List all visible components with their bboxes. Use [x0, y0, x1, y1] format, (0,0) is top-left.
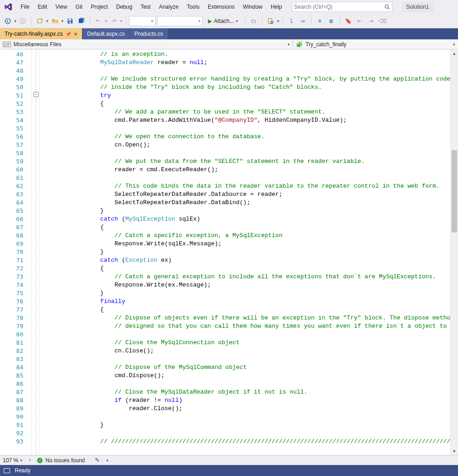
- code-line[interactable]: finally: [43, 298, 450, 306]
- new-project-button[interactable]: [35, 16, 45, 26]
- code-line[interactable]: [43, 67, 450, 75]
- attach-button[interactable]: ▶ Attach... ▾: [204, 16, 242, 26]
- step-over-button[interactable]: ⤼: [298, 16, 308, 26]
- code-line[interactable]: }: [43, 289, 450, 298]
- code-line[interactable]: }: [43, 248, 450, 256]
- code-line[interactable]: // inside the "Try" block and by includi…: [43, 83, 450, 92]
- menu-window[interactable]: Window: [239, 2, 267, 12]
- code-line[interactable]: // We add a parameter to be used in the …: [43, 108, 450, 116]
- search-box[interactable]: [292, 2, 393, 12]
- code-line[interactable]: MySqlDataReader reader = null;: [43, 59, 450, 67]
- redo-button[interactable]: [109, 16, 119, 26]
- vertical-scrollbar[interactable]: ▲ ▼: [450, 49, 458, 455]
- scroll-down-icon[interactable]: ▼: [451, 447, 458, 455]
- code-line[interactable]: catch (Exception ex): [43, 256, 450, 265]
- code-line[interactable]: catch (MySqlException sqlEx): [43, 215, 450, 223]
- code-line[interactable]: // Close the MySqlDataReader object if i…: [43, 388, 450, 396]
- nav-project-combo[interactable]: C# Miscellaneous Files ▾: [0, 39, 293, 49]
- code-line[interactable]: // We open the connection to the databas…: [43, 133, 450, 141]
- indent-more-button[interactable]: ≣: [326, 16, 336, 26]
- open-file-button[interactable]: [50, 16, 60, 26]
- bookmark-button[interactable]: 🔖: [343, 16, 353, 26]
- code-line[interactable]: // Close the MySqlConnection object: [43, 339, 450, 347]
- save-all-button[interactable]: [76, 16, 87, 26]
- code-line[interactable]: cn.Close();: [43, 347, 450, 355]
- code-line[interactable]: if (reader != null): [43, 396, 450, 405]
- code-line[interactable]: // We put the data from the "SELECT" sta…: [43, 157, 450, 166]
- menu-view[interactable]: View: [51, 2, 71, 12]
- menu-extensions[interactable]: Extensions: [204, 2, 239, 12]
- menu-edit[interactable]: Edit: [33, 2, 51, 12]
- clear-bookmarks-button[interactable]: ⌫: [377, 16, 387, 26]
- code-line[interactable]: // Dispose of objects even if there will…: [43, 314, 450, 322]
- code-line[interactable]: cn.Open();: [43, 141, 450, 149]
- undo-button[interactable]: [93, 16, 104, 26]
- tab-default-aspx-cs[interactable]: Default.aspx.cs: [82, 28, 130, 39]
- code-line[interactable]: // Catch a general exception to include …: [43, 273, 450, 281]
- menu-help[interactable]: Help: [267, 2, 286, 12]
- search-input[interactable]: [294, 4, 384, 10]
- code-line[interactable]: SelectToRepeaterDataReader.DataBind();: [43, 199, 450, 207]
- menu-debug[interactable]: Debug: [112, 2, 136, 12]
- code-area[interactable]: // is an exception. MySqlDataReader read…: [43, 49, 450, 455]
- browse-button[interactable]: 🗀: [249, 16, 259, 26]
- cleanup-brush-icon[interactable]: ✎: [95, 457, 100, 464]
- code-line[interactable]: Response.Write(ex.Message);: [43, 281, 450, 289]
- nav-type-combo[interactable]: 🧩 Try_catch_finally ▾: [293, 39, 458, 49]
- code-line[interactable]: // This code binds the data in the reade…: [43, 182, 450, 190]
- code-line[interactable]: cmd.Parameters.AddWithValue("@CompanyID"…: [43, 116, 450, 124]
- code-line[interactable]: cmd.Dispose();: [43, 372, 450, 380]
- config-combo[interactable]: ▾: [129, 16, 156, 26]
- menu-tools[interactable]: Tools: [183, 2, 204, 12]
- code-line[interactable]: // is an exception.: [43, 50, 450, 59]
- close-icon[interactable]: ✕: [74, 32, 77, 37]
- code-line[interactable]: }: [43, 421, 450, 429]
- menu-test[interactable]: Test: [136, 2, 155, 12]
- menu-project[interactable]: Project: [87, 2, 112, 12]
- code-line[interactable]: [43, 124, 450, 133]
- back-circle-button[interactable]: [3, 16, 13, 26]
- outline-margin[interactable]: −: [32, 49, 43, 455]
- indent-less-button[interactable]: ≡: [315, 16, 325, 26]
- find-in-files-button[interactable]: [266, 16, 276, 26]
- fold-toggle[interactable]: −: [33, 92, 38, 97]
- code-line[interactable]: }: [43, 207, 450, 215]
- code-line[interactable]: // designed so that you can call them ho…: [43, 322, 450, 330]
- scrollbar-thumb[interactable]: [452, 150, 457, 233]
- code-line[interactable]: {: [43, 265, 450, 273]
- code-line[interactable]: [43, 330, 450, 339]
- menu-git[interactable]: Git: [71, 2, 87, 12]
- code-line[interactable]: [43, 174, 450, 182]
- zoom-combo[interactable]: 107 % ▾: [3, 457, 22, 464]
- pin-icon[interactable]: 📌: [65, 32, 71, 37]
- code-line[interactable]: {: [43, 306, 450, 314]
- code-line[interactable]: [43, 149, 450, 157]
- code-line[interactable]: SelectToRepeaterDataReader.DataSource = …: [43, 190, 450, 199]
- code-line[interactable]: reader = cmd.ExecuteReader();: [43, 166, 450, 174]
- code-line[interactable]: // Catch a specific exception, a MySqlEx…: [43, 232, 450, 240]
- code-line[interactable]: {: [43, 100, 450, 108]
- save-button[interactable]: [65, 16, 75, 26]
- code-line[interactable]: [43, 413, 450, 421]
- code-line[interactable]: Response.Write(sqlEx.Message);: [43, 240, 450, 248]
- code-line[interactable]: {: [43, 223, 450, 232]
- code-line[interactable]: [43, 355, 450, 363]
- solution-name[interactable]: Solution1: [402, 2, 434, 12]
- code-line[interactable]: // Dispose of the MySqlCommand object: [43, 363, 450, 372]
- menu-file[interactable]: File: [16, 2, 33, 12]
- menu-analyze[interactable]: Analyze: [155, 2, 183, 12]
- code-line[interactable]: // We include structured error handling …: [43, 75, 450, 83]
- code-line[interactable]: // /////////////////////////////////////…: [43, 438, 450, 446]
- scroll-up-icon[interactable]: ▲: [451, 49, 458, 57]
- code-editor[interactable]: 4647484950515253545556575859606162636465…: [0, 49, 458, 455]
- next-bookmark-button[interactable]: ⇥: [366, 16, 376, 26]
- prev-bookmark-button[interactable]: ⇤: [354, 16, 365, 26]
- tab-try-catch-finally-aspx-cs[interactable]: Try-catch-finally.aspx.cs📌✕: [0, 28, 82, 39]
- platform-combo[interactable]: ▾: [157, 16, 203, 26]
- tab-products-cs[interactable]: Products.cs: [130, 28, 168, 39]
- code-line[interactable]: [43, 380, 450, 388]
- step-into-button[interactable]: ⤵: [286, 16, 296, 26]
- forward-circle-button[interactable]: [18, 16, 28, 26]
- code-line[interactable]: reader.Close();: [43, 405, 450, 413]
- code-line[interactable]: [43, 429, 450, 438]
